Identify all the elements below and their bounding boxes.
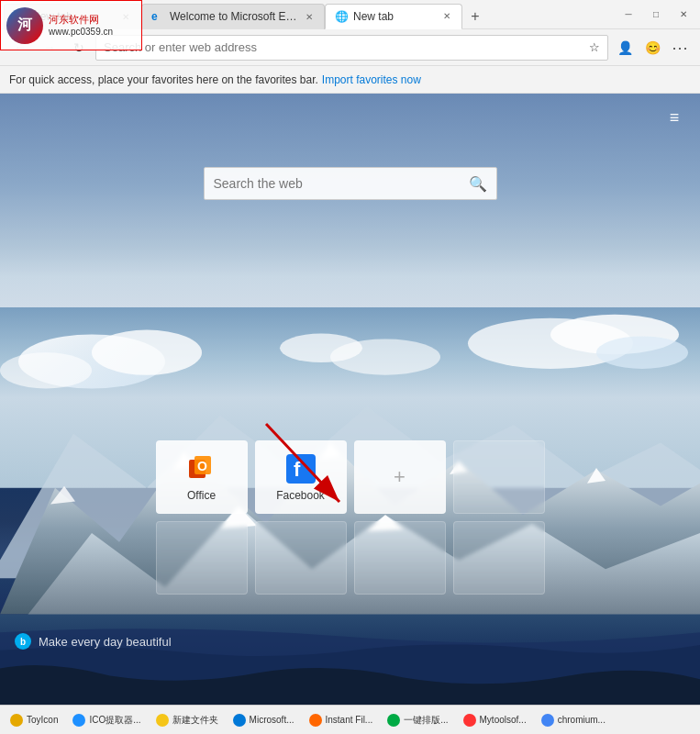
search-button[interactable]: 🔍 bbox=[469, 175, 487, 193]
speed-dial-empty-4[interactable] bbox=[354, 521, 446, 595]
taskbar-instant-label: Instant Fil... bbox=[326, 715, 373, 725]
tab-3-favicon: 🌐 bbox=[335, 10, 348, 23]
close-button[interactable]: ✕ bbox=[671, 6, 696, 24]
address-bar[interactable]: ☆ bbox=[95, 35, 608, 61]
svg-point-2 bbox=[92, 330, 202, 375]
taskbar-chromium-label: chromium... bbox=[558, 715, 606, 725]
taskbar-mytools-label: Mytoolsof... bbox=[480, 715, 527, 725]
taskbar-yijian-label: 一键排版... bbox=[404, 714, 448, 727]
maximize-button[interactable]: □ bbox=[643, 6, 669, 24]
minimize-button[interactable]: ─ bbox=[616, 6, 641, 24]
favorite-icon[interactable]: ☆ bbox=[589, 40, 600, 54]
new-tab-button[interactable]: + bbox=[462, 4, 488, 29]
tab-1-label: New tab bbox=[32, 10, 115, 23]
tab-2-close[interactable]: ✕ bbox=[304, 10, 315, 24]
taskbar-instant-icon bbox=[309, 714, 322, 727]
forward-button[interactable]: → bbox=[37, 35, 62, 61]
speed-dial-office[interactable]: O Office bbox=[156, 440, 248, 514]
taskbar-microsoft[interactable]: Microsoft... bbox=[227, 708, 301, 732]
speed-dial-empty-3[interactable] bbox=[255, 521, 347, 595]
bing-tagline: Make every day beautiful bbox=[39, 635, 172, 649]
search-container: 🔍 bbox=[204, 167, 497, 200]
speed-dial-empty-5[interactable] bbox=[453, 521, 545, 595]
tab-1[interactable]: 🌐 New tab ✕ bbox=[4, 4, 141, 29]
tab-3[interactable]: 🌐 New tab ✕ bbox=[325, 4, 462, 29]
bing-brand: b Make every day beautiful bbox=[15, 633, 172, 650]
tab-2[interactable]: e Welcome to Microsoft Edge De... ✕ bbox=[141, 4, 325, 29]
tab-3-label: New tab bbox=[353, 10, 436, 23]
speed-dial-empty-2[interactable] bbox=[156, 521, 248, 595]
tabs-area: 🌐 New tab ✕ e Welcome to Microsoft Edge … bbox=[4, 0, 608, 29]
taskbar: ToyIcon ICO提取器... 新建文件夹 Microsoft... Ins… bbox=[0, 705, 700, 734]
svg-point-3 bbox=[0, 352, 92, 388]
taskbar-microsoft-icon bbox=[233, 714, 246, 727]
import-favorites-link[interactable]: Import favorites now bbox=[322, 73, 421, 86]
svg-point-8 bbox=[280, 334, 362, 362]
taskbar-toyicon[interactable]: ToyIcon bbox=[4, 708, 64, 732]
taskbar-toyicon-icon bbox=[10, 714, 23, 727]
svg-text:O: O bbox=[197, 459, 207, 473]
nav-right-buttons: 👤 😊 ⋯ bbox=[612, 35, 693, 61]
taskbar-ico-label: ICO提取器... bbox=[89, 714, 140, 727]
window-controls: ─ □ ✕ bbox=[616, 6, 696, 24]
taskbar-toyicon-label: ToyIcon bbox=[27, 715, 58, 725]
taskbar-folder-icon bbox=[156, 714, 169, 727]
refresh-button[interactable]: ↻ bbox=[66, 35, 92, 61]
taskbar-chromium-icon bbox=[541, 714, 554, 727]
taskbar-mytools-icon bbox=[463, 714, 476, 727]
svg-point-6 bbox=[596, 337, 688, 369]
tab-1-favicon: 🌐 bbox=[14, 10, 27, 23]
more-button[interactable]: ⋯ bbox=[667, 35, 693, 61]
taskbar-folder[interactable]: 新建文件夹 bbox=[150, 708, 225, 732]
add-icon: + bbox=[383, 461, 417, 494]
annotation-arrow bbox=[257, 415, 367, 528]
taskbar-yijian-icon bbox=[387, 714, 400, 727]
taskbar-ico-icon bbox=[72, 714, 85, 727]
tab-1-close[interactable]: ✕ bbox=[120, 10, 131, 24]
emoji-button[interactable]: 😊 bbox=[639, 35, 665, 61]
search-box: 🔍 bbox=[204, 167, 497, 200]
favbar-text: For quick access, place your favorites h… bbox=[9, 73, 318, 86]
speed-dial-empty-1[interactable] bbox=[453, 440, 545, 514]
office-label: Office bbox=[187, 489, 216, 502]
navigation-bar: ← → ↻ ☆ 👤 😊 ⋯ bbox=[0, 29, 700, 66]
taskbar-yijian[interactable]: 一键排版... bbox=[381, 708, 454, 732]
tab-2-label: Welcome to Microsoft Edge De... bbox=[170, 10, 298, 23]
back-button[interactable]: ← bbox=[7, 35, 33, 61]
taskbar-folder-label: 新建文件夹 bbox=[172, 714, 218, 727]
svg-line-26 bbox=[266, 424, 339, 502]
taskbar-ico[interactable]: ICO提取器... bbox=[66, 708, 147, 732]
address-input[interactable] bbox=[104, 40, 583, 54]
search-input[interactable] bbox=[214, 176, 461, 191]
office-icon: O bbox=[185, 452, 218, 485]
profile-button[interactable]: 👤 bbox=[612, 35, 638, 61]
taskbar-instant[interactable]: Instant Fil... bbox=[303, 708, 380, 732]
tab-2-favicon: e bbox=[151, 10, 164, 23]
title-bar: 🌐 New tab ✕ e Welcome to Microsoft Edge … bbox=[0, 0, 700, 29]
page-menu-button[interactable]: ≡ bbox=[660, 103, 689, 132]
taskbar-microsoft-label: Microsoft... bbox=[250, 715, 294, 725]
favorites-bar: For quick access, place your favorites h… bbox=[0, 66, 700, 94]
speed-dial-add[interactable]: + bbox=[354, 440, 446, 514]
taskbar-mytools[interactable]: Mytoolsof... bbox=[457, 708, 533, 732]
bing-logo: b bbox=[15, 633, 31, 650]
main-content: ≡ 🔍 O Office f bbox=[0, 94, 700, 705]
tab-3-close[interactable]: ✕ bbox=[441, 9, 452, 23]
taskbar-chromium[interactable]: chromium... bbox=[535, 708, 612, 732]
